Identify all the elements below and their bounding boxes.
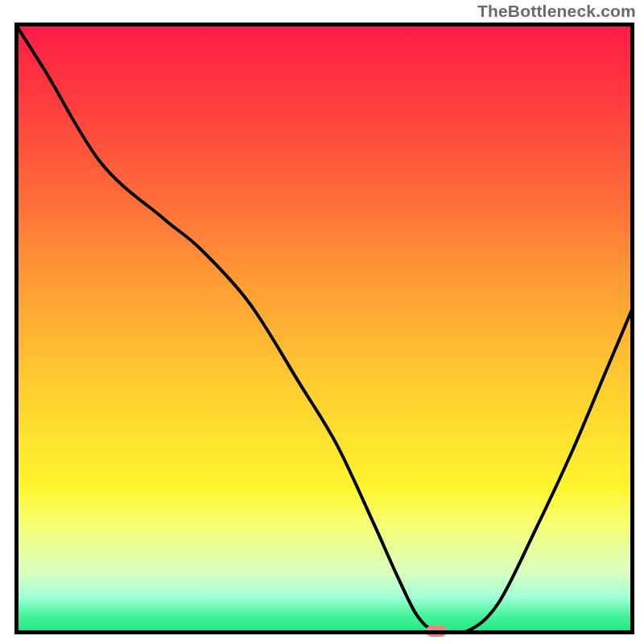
watermark-label: TheBottleneck.com bbox=[477, 2, 636, 21]
bottleneck-curve bbox=[14, 23, 634, 634]
min-marker bbox=[426, 625, 447, 637]
plot-inner bbox=[14, 23, 634, 634]
plot-area bbox=[14, 23, 634, 634]
chart-container: TheBottleneck.com bbox=[0, 0, 644, 644]
